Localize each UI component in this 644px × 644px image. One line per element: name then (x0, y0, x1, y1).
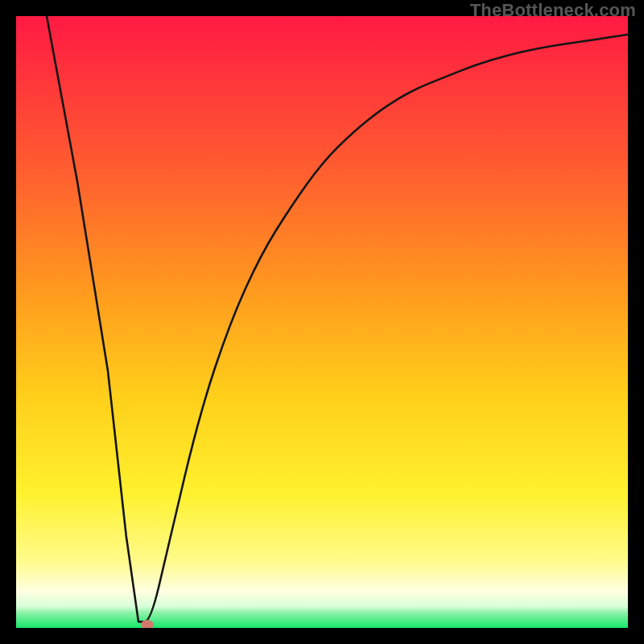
minimum-marker (141, 620, 154, 628)
bottleneck-chart (16, 16, 628, 628)
gradient-background (16, 16, 628, 628)
watermark-text: TheBottleneck.com (470, 0, 636, 21)
plot-area (16, 16, 628, 628)
